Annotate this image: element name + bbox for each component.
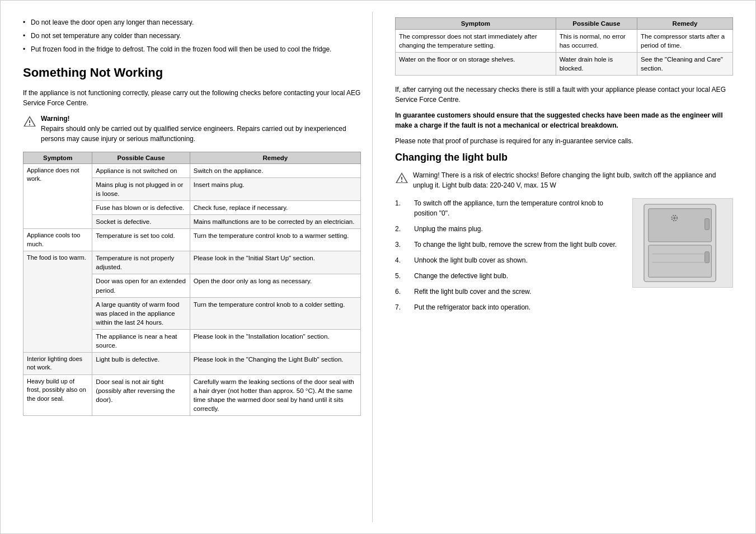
- right-cause-1: This is normal, no error has occurred.: [556, 30, 637, 53]
- svg-rect-4: [705, 252, 710, 263]
- bullet-item-2: Do not set temperature any colder than n…: [23, 31, 361, 41]
- remedy-cell: Switch on the appliance.: [190, 164, 360, 178]
- step-2: 2. Unplug the mains plug.: [395, 224, 627, 234]
- cause-cell: Fuse has blown or is defective.: [92, 201, 190, 215]
- light-bulb-warning: Warning! There is a risk of electric sho…: [395, 170, 733, 190]
- table-row: The food is too warm. Temperature is not…: [24, 251, 361, 274]
- col-header-cause: Possible Cause: [92, 152, 190, 164]
- section-title: Something Not Working: [23, 65, 361, 80]
- right-column: Symptom Possible Cause Remedy The compre…: [384, 12, 744, 522]
- right-col-header-cause: Possible Cause: [556, 18, 637, 30]
- page-container: Do not leave the door open any longer th…: [0, 0, 756, 534]
- remedy-cell: Carefully warm the leaking sections of t…: [190, 374, 360, 415]
- cause-cell: Temperature is not properly adjusted.: [92, 251, 190, 274]
- step-1: 1. To switch off the appliance, turn the…: [395, 198, 627, 218]
- col-header-remedy: Remedy: [190, 152, 360, 164]
- cause-cell: Socket is defective.: [92, 215, 190, 229]
- remedy-cell: Please look in the "Changing the Light B…: [190, 353, 360, 375]
- remedy-cell: Please look in the "Initial Start Up" se…: [190, 251, 360, 274]
- warning-body: Repairs should only be carried out by qu…: [41, 125, 346, 143]
- symptom-cell-1: Appliance does not work.: [24, 164, 92, 229]
- remedy-cell: Turn the temperature control knob to a c…: [190, 297, 360, 329]
- table-row: Water on the floor or on storage shelves…: [396, 53, 733, 76]
- fridge-image: [632, 198, 733, 288]
- bulb-section-content: 1. To switch off the appliance, turn the…: [395, 198, 733, 320]
- step-5: 5. Change the defective light bulb.: [395, 271, 627, 281]
- intro-text: If the appliance is not functioning corr…: [23, 88, 361, 108]
- bulb-section-title: Changing the light bulb: [395, 152, 733, 163]
- right-cause-2: Water drain hole is blocked.: [556, 53, 637, 76]
- info-text-3: Please note that proof of purchase is re…: [395, 136, 733, 146]
- warning-title: Warning!: [41, 115, 70, 123]
- bullet-item-1: Do not leave the door open any longer th…: [23, 17, 361, 27]
- table-row: The compressor does not start immediatel…: [396, 30, 733, 53]
- cause-cell: Door was open for an extended period.: [92, 274, 190, 297]
- step-6: 6. Refit the light bulb cover and the sc…: [395, 287, 627, 297]
- cause-cell: The appliance is near a heat source.: [92, 329, 190, 352]
- right-remedy-2: See the "Cleaning and Care" section.: [637, 53, 732, 76]
- bulb-warning-icon: [395, 171, 408, 185]
- troubleshoot-table: Symptom Possible Cause Remedy Appliance …: [23, 152, 361, 416]
- right-symptom-2: Water on the floor or on storage shelves…: [396, 53, 556, 76]
- steps-list: 1. To switch off the appliance, turn the…: [395, 198, 627, 312]
- cause-cell: Mains plug is not plugged in or is loose…: [92, 178, 190, 201]
- warning-block: Warning! Repairs should only be carried …: [23, 114, 361, 144]
- warning-icon: [23, 115, 36, 128]
- remedy-cell: Please look in the "Installation locatio…: [190, 329, 360, 352]
- remedy-cell: Mains malfunctions are to be corrected b…: [190, 215, 360, 229]
- bullet-list: Do not leave the door open any longer th…: [23, 17, 361, 54]
- bulb-steps: 1. To switch off the appliance, turn the…: [395, 198, 627, 320]
- bullet-item-3: Put frozen food in the fridge to defrost…: [23, 44, 361, 54]
- symptom-cell-3: The food is too warm.: [24, 251, 92, 353]
- step-3: 3. To change the light bulb, remove the …: [395, 240, 627, 250]
- bulb-warning-text: Warning! There is a risk of electric sho…: [413, 170, 733, 190]
- col-header-symptom: Symptom: [24, 152, 92, 164]
- right-remedy-1: The compressor starts after a period of …: [637, 30, 732, 53]
- step-7: 7. Put the refrigerator back into operat…: [395, 302, 627, 312]
- right-symptom-1: The compressor does not start immediatel…: [396, 30, 556, 53]
- svg-rect-2: [649, 245, 712, 277]
- table-row: Appliance cools too much. Temperature is…: [24, 229, 361, 251]
- right-col-header-symptom: Symptom: [396, 18, 556, 30]
- table-row: Interior lighting does not work. Light b…: [24, 353, 361, 375]
- info-text-1: If, after carrying out the necessary che…: [395, 85, 733, 105]
- cause-cell: A large quantity of warm food was placed…: [92, 297, 190, 329]
- table-row: Heavy build up of frost, possibly also o…: [24, 374, 361, 415]
- bold-notice: In guarantee customers should ensure tha…: [395, 110, 733, 130]
- cause-cell: Light bulb is defective.: [92, 353, 190, 375]
- right-col-header-remedy: Remedy: [637, 18, 732, 30]
- cause-cell: Door seal is not air tight (possibly aft…: [92, 374, 190, 415]
- fridge-illustration: [633, 199, 732, 287]
- remedy-cell: Check fuse, replace if necessary.: [190, 201, 360, 215]
- remedy-cell: Turn the temperature control knob to a w…: [190, 229, 360, 251]
- warning-text-block: Warning! Repairs should only be carried …: [41, 114, 361, 144]
- left-column: Do not leave the door open any longer th…: [12, 12, 373, 522]
- table-row: Appliance does not work. Appliance is no…: [24, 164, 361, 178]
- cause-cell: Appliance is not switched on: [92, 164, 190, 178]
- svg-rect-3: [705, 219, 710, 230]
- remedy-cell: Insert mains plug.: [190, 178, 360, 201]
- symptom-cell-4: Interior lighting does not work.: [24, 353, 92, 375]
- right-table: Symptom Possible Cause Remedy The compre…: [395, 17, 733, 76]
- svg-rect-1: [649, 209, 712, 242]
- right-table-wrapper: Symptom Possible Cause Remedy The compre…: [395, 17, 733, 76]
- step-4: 4. Unhook the light bulb cover as shown.: [395, 255, 627, 265]
- remedy-cell: Open the door only as long as necessary.: [190, 274, 360, 297]
- symptom-cell-2: Appliance cools too much.: [24, 229, 92, 251]
- symptom-cell-5: Heavy build up of frost, possibly also o…: [24, 374, 92, 415]
- cause-cell: Temperature is set too cold.: [92, 229, 190, 251]
